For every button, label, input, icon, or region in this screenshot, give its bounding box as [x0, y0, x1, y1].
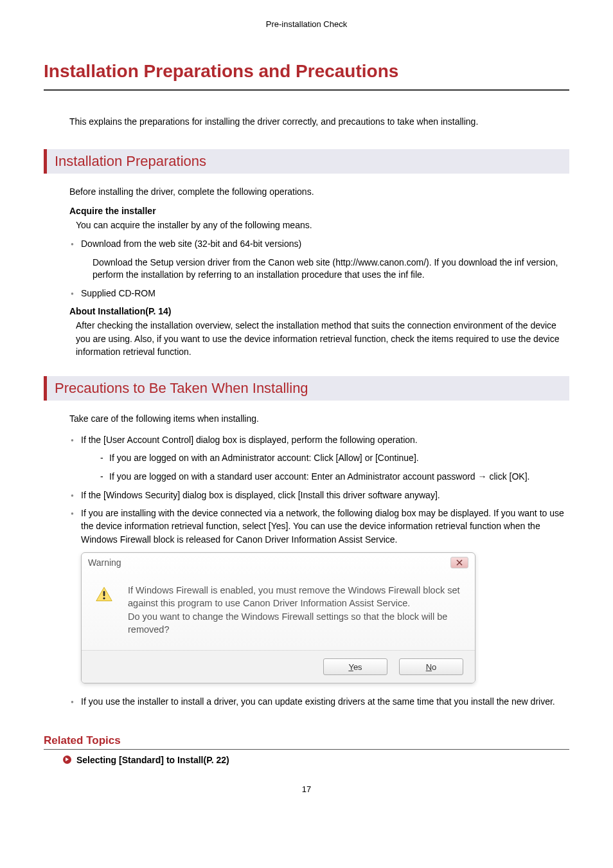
related-topics-heading: Related Topics [44, 734, 569, 750]
section-heading-precautions: Precautions to Be Taken When Installing [44, 376, 569, 401]
svg-rect-1 [103, 591, 105, 596]
related-link-1[interactable]: Selecting [Standard] to Install(P. 22) [76, 755, 229, 765]
bullet-cdrom: Supplied CD-ROM [69, 287, 569, 300]
about-installation-label[interactable]: About Installation(P. 14) [69, 306, 569, 316]
section-heading-preparations: Installation Preparations [44, 149, 569, 174]
dialog-yes-button[interactable]: Yes [323, 658, 387, 675]
bullet-download: Download from the web site (32-bit and 6… [69, 237, 569, 250]
dialog-no-button[interactable]: No [399, 658, 463, 675]
precaution-winsec: If the [Windows Security] dialog box is … [69, 489, 569, 502]
bullet-download-desc: Download the Setup version driver from t… [93, 257, 569, 282]
precaution-uac-text: If the [User Account Control] dialog box… [81, 435, 418, 445]
page-title: Installation Preparations and Precaution… [44, 61, 569, 91]
about-installation-text: After checking the installation overview… [76, 319, 569, 358]
warning-dialog-screenshot: Warning If Windows Firewall is enabled, … [81, 552, 569, 683]
play-bullet-icon [63, 755, 71, 764]
dialog-message-1: If Windows Firewall is enabled, you must… [128, 584, 461, 610]
precaution-uac: If the [User Account Control] dialog box… [69, 433, 569, 484]
svg-point-2 [103, 597, 105, 599]
warning-dialog: Warning If Windows Firewall is enabled, … [81, 552, 475, 683]
page-number: 17 [44, 784, 569, 794]
warning-icon [96, 584, 121, 636]
section2-lead: Take care of the following items when in… [69, 412, 569, 425]
uac-admin: If you are logged on with an Administrat… [100, 451, 569, 465]
intro-text: This explains the preparations for insta… [69, 116, 569, 127]
acquire-installer-label: Acquire the installer [69, 206, 569, 216]
precaution-network: If you are installing with the device co… [69, 507, 569, 546]
dialog-title: Warning [88, 557, 121, 568]
uac-standard: If you are logged on with a standard use… [100, 470, 569, 484]
dialog-close-button[interactable] [450, 557, 468, 568]
close-icon [456, 559, 463, 566]
acquire-installer-text: You can acquire the installer by any of … [76, 219, 569, 231]
running-header: Pre-installation Check [44, 19, 569, 29]
section1-lead: Before installing the driver, complete t… [69, 185, 569, 198]
dialog-message-2: Do you want to change the Windows Firewa… [128, 610, 461, 637]
precaution-update: If you use the installer to install a dr… [69, 695, 569, 708]
related-link-row: Selecting [Standard] to Install(P. 22) [63, 755, 569, 765]
